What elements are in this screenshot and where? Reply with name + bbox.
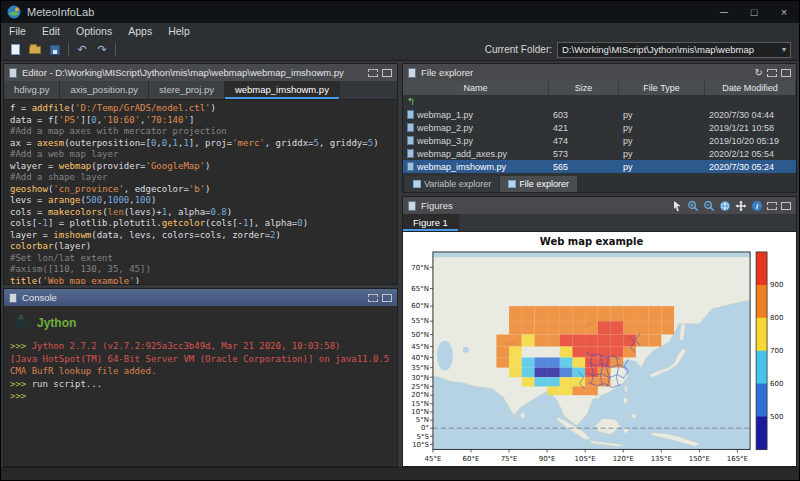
code-line: ax = axesm(outerposition=[0,0,1,1], proj… [10,138,391,150]
tab-variable-explorer[interactable]: Variable explorer [405,176,499,192]
console-lines: >>> Jython 2.7.2 (v2.7.2:925a3cc3b49d, M… [10,340,391,403]
current-folder-label: Current Folder: [485,44,552,55]
svg-text:90°E: 90°E [539,455,556,463]
editor-tab-hdivg.py[interactable]: hdivg.py [4,81,60,99]
open-file-button[interactable] [25,41,45,59]
tab-file-explorer[interactable]: File explorer [500,176,577,192]
save-button[interactable] [45,41,65,59]
toolbar-separator [115,43,116,56]
full-extent-globe-icon[interactable] [719,200,731,212]
identify-icon[interactable]: i [751,200,763,212]
maximize-panel-icon[interactable] [382,294,392,302]
toolbar: ↶ ↷ Current Folder: D:\Working\MIScript\… [1,39,799,61]
figure-tab[interactable]: Figure 1 [403,214,459,231]
svg-text:30°N: 30°N [411,374,429,382]
chevron-down-icon[interactable]: ▾ [782,45,786,54]
code-editor[interactable]: f = addfile('D:/Temp/GrADS/model.ctl')da… [4,100,397,284]
code-line: #Add a shape layer [10,172,391,184]
console-title: Console [22,292,57,303]
editor-tab-webmap_imshowm.py[interactable]: webmap_imshowm.py [225,81,340,99]
svg-text:150°E: 150°E [689,455,710,463]
menu-help[interactable]: Help [160,25,198,37]
console-header-buttons [368,294,392,302]
svg-text:135°E: 135°E [651,455,672,463]
svg-text:60°E: 60°E [463,455,480,463]
svg-text:40°N: 40°N [411,354,429,362]
svg-text:65°N: 65°N [411,285,429,293]
svg-text:5°S: 5°S [417,433,430,441]
code-line: #Set lon/lat extent [10,253,391,265]
menu-file[interactable]: File [1,25,34,37]
title-bar[interactable]: MeteoInfoLab ─ □ × [1,1,799,23]
close-button[interactable]: × [769,1,799,23]
figure-canvas[interactable]: Web map example [403,232,796,467]
maximize-button[interactable]: □ [739,1,769,23]
svg-text:600: 600 [770,380,783,388]
minimize-button[interactable]: ─ [709,1,739,23]
file-row[interactable]: webmap_3.py474py2019/10/20 05:19 [403,134,796,147]
refresh-icon[interactable]: ↻ [755,68,763,78]
undo-button[interactable]: ↶ [72,41,92,59]
file-explorer-panel: File explorer ↻ NameSizeFile TypeDate Mo… [402,63,797,193]
console-output[interactable]: Jython >>> Jython 2.7.2 (v2.7.2:925a3cc3… [4,306,397,466]
file-row[interactable]: webmap_add_axes.py573py2020/2/12 05:54 [403,147,796,160]
svg-text:10°N: 10°N [411,408,429,416]
zoom-out-icon[interactable] [703,200,715,212]
editor-panel-header[interactable]: Editor - D:\Working\MIScript\Jython\mis\… [4,64,397,81]
menu-options[interactable]: Options [68,25,120,37]
figures-panel-header[interactable]: Figures i [403,197,796,214]
svg-text:20°N: 20°N [411,391,429,399]
file-explorer-header[interactable]: File explorer ↻ [403,64,796,81]
console-line: >>> Jython 2.7.2 (v2.7.2:925a3cc3b49d, M… [10,340,391,353]
pan-icon[interactable] [735,200,747,212]
file-row-up[interactable]: ↰ [403,95,796,108]
jython-pot-icon [10,312,32,334]
column-header-size[interactable]: Size [549,81,619,95]
new-file-button[interactable] [5,41,25,59]
maximize-panel-icon[interactable] [781,202,791,210]
console-icon [9,293,17,303]
left-column: Editor - D:\Working\MIScript\Jython\mis\… [3,63,398,467]
svg-text:700: 700 [770,347,783,355]
console-panel-header[interactable]: Console [4,289,397,306]
current-folder-combobox[interactable]: D:\Working\MIScript\Jython\mis\map\webma… [557,42,791,58]
float-panel-icon[interactable] [767,202,777,210]
svg-text:10°S: 10°S [412,441,429,449]
svg-text:75°E: 75°E [501,455,518,463]
column-header-file-type[interactable]: File Type [619,81,705,95]
svg-text:60°N: 60°N [411,302,429,310]
column-header-name[interactable]: Name [403,81,549,95]
code-line: layer = imshowm(data, levs, colors=cols,… [10,230,391,242]
code-line: cols[-1] = plotlib.plotutil.getcolor(col… [10,218,391,230]
float-panel-icon[interactable] [368,69,378,77]
explorer-tabs: Variable explorerFile explorer [403,176,796,192]
column-header-date-modified[interactable]: Date Modified [705,81,796,95]
x-axis-ticks: 45°E60°E75°E90°E105°E120°E135°E150°E165°… [425,449,748,463]
pointer-icon[interactable] [672,200,683,212]
svg-text:800: 800 [770,314,783,322]
svg-text:165°E: 165°E [727,455,748,463]
file-row[interactable]: webmap_1.py603py2020/7/30 04:44 [403,108,796,121]
code-line: f = addfile('D:/Temp/GrADS/model.ctl') [10,103,391,115]
svg-text:55°N: 55°N [411,317,429,325]
right-column: File explorer ↻ NameSizeFile TypeDate Mo… [402,63,797,467]
zoom-in-icon[interactable] [687,200,699,212]
editor-title: Editor - D:\Working\MIScript\Jython\mis\… [22,67,344,78]
file-table-header: NameSizeFile TypeDate Modified [403,81,796,95]
float-panel-icon[interactable] [767,69,777,77]
editor-tab-axis_position.py[interactable]: axis_position.py [60,81,149,99]
editor-tab-stere_proj.py[interactable]: stere_proj.py [149,81,225,99]
menu-apps[interactable]: Apps [120,25,160,37]
redo-icon: ↷ [97,43,106,56]
menu-edit[interactable]: Edit [34,25,68,37]
float-panel-icon[interactable] [368,294,378,302]
folder-icon [408,68,416,78]
maximize-panel-icon[interactable] [781,69,791,77]
maximize-panel-icon[interactable] [382,69,392,77]
file-row[interactable]: webmap_imshowm.py565py2020/7/30 05:24 [403,160,796,173]
redo-button[interactable]: ↷ [92,41,112,59]
web-map-figure[interactable]: Web map example [403,232,796,467]
file-row[interactable]: webmap_2.py421py2019/1/21 10:58 [403,121,796,134]
console-line: [Java HotSpot(TM) 64-Bit Server VM (Orac… [10,353,391,366]
figure-tab-bar: Figure 1 [403,214,796,232]
